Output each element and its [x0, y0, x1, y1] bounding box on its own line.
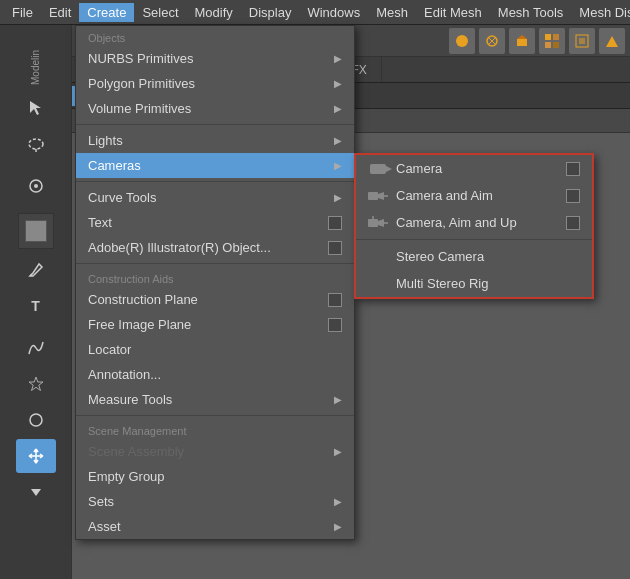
create-menu-dropdown: Objects NURBS Primitives ▶ Polygon Primi…	[75, 25, 355, 540]
menu-file[interactable]: File	[4, 3, 41, 22]
cameras-label: Cameras	[88, 158, 141, 173]
camera-aim-up-icon	[368, 216, 388, 230]
color-swatch[interactable]	[18, 213, 54, 249]
menu-mesh-display[interactable]: Mesh Displ	[571, 3, 630, 22]
viewport-icon5[interactable]	[568, 27, 596, 55]
circle-tool[interactable]	[16, 403, 56, 437]
camera-aim-up-label: Camera, Aim and Up	[396, 215, 517, 230]
curve-tools-item[interactable]: Curve Tools ▶	[76, 185, 354, 210]
menu-edit-mesh[interactable]: Edit Mesh	[416, 3, 490, 22]
viewport-icon4[interactable]	[538, 27, 566, 55]
measure-tools-item[interactable]: Measure Tools ▶	[76, 387, 354, 412]
viewport-icon2[interactable]	[478, 27, 506, 55]
cameras-arrow: ▶	[334, 160, 342, 171]
nurbs-primitives-item[interactable]: NURBS Primitives ▶	[76, 46, 354, 71]
text-checkbox[interactable]	[328, 216, 342, 230]
menu-edit[interactable]: Edit	[41, 3, 79, 22]
cameras-item[interactable]: Cameras ▶ Camera	[76, 153, 354, 178]
camera-checkbox[interactable]	[566, 162, 580, 176]
menu-select[interactable]: Select	[134, 3, 186, 22]
volume-primitives-label: Volume Primitives	[88, 101, 191, 116]
menu-mesh-tools[interactable]: Mesh Tools	[490, 3, 572, 22]
svg-point-0	[29, 139, 43, 149]
volume-primitives-item[interactable]: Volume Primitives ▶	[76, 96, 354, 121]
camera-aim-up-item[interactable]: Camera, Aim and Up	[356, 209, 592, 236]
curve-tool[interactable]	[16, 331, 56, 365]
svg-point-6	[456, 35, 468, 47]
camera-aim-icon	[368, 189, 388, 203]
construction-plane-label: Construction Plane	[88, 292, 198, 307]
measure-tools-arrow: ▶	[334, 394, 342, 405]
camera-icon	[368, 162, 388, 176]
sets-arrow: ▶	[334, 496, 342, 507]
stereo-camera-item[interactable]: Stereo Camera	[356, 243, 592, 270]
lights-label: Lights	[88, 133, 123, 148]
sets-label: Sets	[88, 494, 114, 509]
pen-tool[interactable]	[16, 253, 56, 287]
viewport-icon1[interactable]	[448, 27, 476, 55]
select-tool[interactable]	[16, 91, 56, 125]
scene-assembly-item[interactable]: Scene Assembly ▶	[76, 439, 354, 464]
curve-tools-arrow: ▶	[334, 192, 342, 203]
polygon-primitives-item[interactable]: Polygon Primitives ▶	[76, 71, 354, 96]
cameras-submenu: Camera Camera and Aim	[354, 153, 594, 299]
camera-aim-item[interactable]: Camera and Aim	[356, 182, 592, 209]
camera-item[interactable]: Camera	[356, 155, 592, 182]
move-tool[interactable]	[16, 439, 56, 473]
menu-display[interactable]: Display	[241, 3, 300, 22]
camera-aim-up-checkbox[interactable]	[566, 216, 580, 230]
asset-arrow: ▶	[334, 521, 342, 532]
locator-item[interactable]: Locator	[76, 337, 354, 362]
construction-plane-checkbox[interactable]	[328, 293, 342, 307]
svg-rect-15	[368, 192, 378, 200]
annotation-label: Annotation...	[88, 367, 161, 382]
free-image-plane-item[interactable]: Free Image Plane	[76, 312, 354, 337]
construction-plane-item[interactable]: Construction Plane	[76, 287, 354, 312]
menu-modify[interactable]: Modify	[187, 3, 241, 22]
curve-tools-label: Curve Tools	[88, 190, 156, 205]
nurbs-primitives-label: NURBS Primitives	[88, 51, 193, 66]
asset-item[interactable]: Asset ▶	[76, 514, 354, 539]
star-tool[interactable]	[16, 367, 56, 401]
svg-rect-11	[545, 42, 551, 48]
illustrator-item[interactable]: Adobe(R) Illustrator(R) Object...	[76, 235, 354, 260]
asset-label: Asset	[88, 519, 121, 534]
paint-select-tool[interactable]	[16, 169, 56, 203]
svg-point-4	[30, 414, 42, 426]
nurbs-primitives-arrow: ▶	[334, 53, 342, 64]
camera-aim-label: Camera and Aim	[396, 188, 493, 203]
volume-primitives-arrow: ▶	[334, 103, 342, 114]
svg-marker-3	[29, 377, 43, 391]
camera-aim-checkbox[interactable]	[566, 189, 580, 203]
illustrator-label: Adobe(R) Illustrator(R) Object...	[88, 240, 271, 255]
sep2	[76, 181, 354, 182]
lasso-tool[interactable]	[16, 127, 56, 161]
text-tool[interactable]: T	[16, 289, 56, 323]
stereo-camera-icon	[368, 250, 388, 264]
svg-rect-10	[553, 34, 559, 40]
menu-windows[interactable]: Windows	[299, 3, 368, 22]
viewport-icon3[interactable]	[508, 27, 536, 55]
sets-item[interactable]: Sets ▶	[76, 489, 354, 514]
annotation-item[interactable]: Annotation...	[76, 362, 354, 387]
polygon-primitives-arrow: ▶	[334, 78, 342, 89]
svg-point-2	[34, 184, 38, 188]
multi-stereo-rig-item[interactable]: Multi Stereo Rig	[356, 270, 592, 297]
viewport-icon6[interactable]	[598, 27, 626, 55]
illustrator-checkbox[interactable]	[328, 241, 342, 255]
lights-arrow: ▶	[334, 135, 342, 146]
text-item[interactable]: Text	[76, 210, 354, 235]
svg-rect-12	[553, 42, 559, 48]
create-dropdown: Objects NURBS Primitives ▶ Polygon Primi…	[75, 25, 355, 540]
sep3	[76, 263, 354, 264]
free-image-plane-checkbox[interactable]	[328, 318, 342, 332]
free-image-plane-label: Free Image Plane	[88, 317, 191, 332]
svg-rect-17	[368, 219, 378, 227]
menu-create[interactable]: Create	[79, 3, 134, 22]
lights-item[interactable]: Lights ▶	[76, 128, 354, 153]
empty-group-item[interactable]: Empty Group	[76, 464, 354, 489]
sep1	[76, 124, 354, 125]
menu-mesh[interactable]: Mesh	[368, 3, 416, 22]
down-arrow-tool[interactable]	[16, 475, 56, 509]
modeling-label: Modelin	[30, 29, 41, 89]
